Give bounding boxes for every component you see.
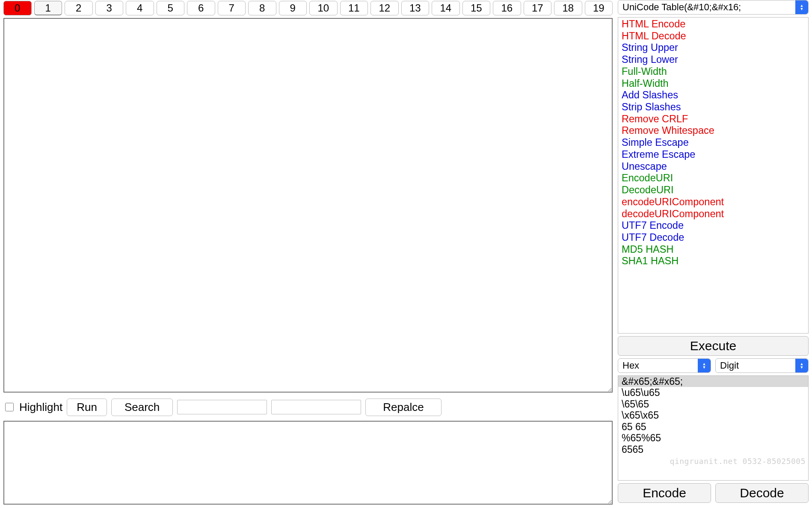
tab-17[interactable]: 17 bbox=[524, 1, 552, 15]
unicode-table-select[interactable]: UniCode Table(&#10;&#x16; bbox=[618, 0, 809, 15]
operation-item[interactable]: Remove Whitespace bbox=[620, 125, 806, 137]
tab-0[interactable]: 0 bbox=[3, 1, 32, 15]
unicode-table-select-label: UniCode Table(&#10;&#x16; bbox=[622, 2, 741, 13]
encoding-line[interactable]: \65\65 bbox=[618, 399, 808, 410]
encode-button[interactable]: Encode bbox=[618, 483, 711, 503]
replace-button[interactable]: Repalce bbox=[365, 399, 441, 416]
chevron-updown-icon bbox=[795, 0, 808, 14]
tab-4[interactable]: 4 bbox=[126, 1, 154, 15]
format-select-label: Hex bbox=[622, 360, 639, 371]
search-button[interactable]: Search bbox=[111, 399, 173, 416]
operation-item[interactable]: Full-Width bbox=[620, 66, 806, 78]
search-input[interactable] bbox=[177, 400, 267, 414]
tab-8[interactable]: 8 bbox=[248, 1, 276, 15]
operation-item[interactable]: String Lower bbox=[620, 54, 806, 66]
output-textarea[interactable] bbox=[3, 421, 613, 505]
operation-item[interactable]: Add Slashes bbox=[620, 89, 806, 101]
toolbar: Highlight Run Search Repalce bbox=[3, 398, 613, 416]
operation-item[interactable]: Strip Slashes bbox=[620, 101, 806, 113]
tab-19[interactable]: 19 bbox=[585, 1, 613, 15]
main-input-textarea[interactable] bbox=[3, 18, 613, 393]
format-select[interactable]: Hex bbox=[618, 358, 711, 373]
operation-item[interactable]: String Upper bbox=[620, 42, 806, 54]
base-select-label: Digit bbox=[720, 360, 739, 371]
encoding-line[interactable]: \u65\u65 bbox=[618, 387, 808, 398]
operation-item[interactable]: SHA1 HASH bbox=[620, 255, 806, 267]
decode-button[interactable]: Decode bbox=[715, 483, 809, 503]
tab-18[interactable]: 18 bbox=[554, 1, 582, 15]
operation-item[interactable]: DecodeURI bbox=[620, 184, 806, 196]
tab-2[interactable]: 2 bbox=[65, 1, 93, 15]
right-pane: UniCode Table(&#10;&#x16; HTML EncodeHTM… bbox=[616, 0, 812, 508]
tab-10[interactable]: 10 bbox=[309, 1, 338, 15]
operation-item[interactable]: Half-Width bbox=[620, 78, 806, 90]
chevron-updown-icon bbox=[698, 359, 711, 372]
encoding-line[interactable]: %65%65 bbox=[618, 432, 808, 443]
tab-6[interactable]: 6 bbox=[187, 1, 215, 15]
encoding-line[interactable]: 6565 bbox=[618, 444, 808, 455]
left-pane: 012345678910111213141516171819 Highlight… bbox=[0, 0, 616, 508]
tabs-row: 012345678910111213141516171819 bbox=[3, 0, 613, 17]
format-select-row: Hex Digit bbox=[618, 358, 809, 373]
tab-3[interactable]: 3 bbox=[95, 1, 124, 15]
tab-15[interactable]: 15 bbox=[462, 1, 491, 15]
operation-item[interactable]: Extreme Escape bbox=[620, 149, 806, 161]
operation-item[interactable]: EncodeURI bbox=[620, 172, 806, 184]
operation-item[interactable]: decodeURIComponent bbox=[620, 208, 806, 220]
operation-item[interactable]: HTML Decode bbox=[620, 30, 806, 42]
highlight-label: Highlight bbox=[19, 401, 62, 414]
tab-14[interactable]: 14 bbox=[432, 1, 460, 15]
tab-5[interactable]: 5 bbox=[157, 1, 185, 15]
tab-11[interactable]: 11 bbox=[340, 1, 368, 15]
tab-9[interactable]: 9 bbox=[279, 1, 307, 15]
operation-item[interactable]: Simple Escape bbox=[620, 137, 806, 149]
watermark-text: qingruanit.net 0532-85025005 bbox=[670, 457, 806, 466]
tab-16[interactable]: 16 bbox=[493, 1, 521, 15]
highlight-checkbox[interactable] bbox=[5, 403, 14, 411]
tab-13[interactable]: 13 bbox=[401, 1, 430, 15]
base-select[interactable]: Digit bbox=[715, 358, 809, 373]
operation-item[interactable]: UTF7 Encode bbox=[620, 220, 806, 232]
encoding-preview-list[interactable]: &#x65;&#x65;\u65\u65\65\65\x65\x6565 65%… bbox=[618, 375, 809, 481]
operation-item[interactable]: Unescape bbox=[620, 161, 806, 173]
operation-item[interactable]: encodeURIComponent bbox=[620, 196, 806, 208]
tab-12[interactable]: 12 bbox=[370, 1, 399, 15]
tab-1[interactable]: 1 bbox=[34, 1, 62, 15]
operation-item[interactable]: UTF7 Decode bbox=[620, 232, 806, 244]
tab-7[interactable]: 7 bbox=[218, 1, 246, 15]
operation-item[interactable]: Remove CRLF bbox=[620, 113, 806, 125]
replace-input[interactable] bbox=[271, 400, 361, 414]
encoding-line[interactable]: 65 65 bbox=[618, 421, 808, 432]
encoding-line[interactable]: \x65\x65 bbox=[618, 410, 808, 421]
operation-item[interactable]: MD5 HASH bbox=[620, 244, 806, 256]
execute-button[interactable]: Execute bbox=[618, 336, 809, 356]
app-root: 012345678910111213141516171819 Highlight… bbox=[0, 0, 812, 508]
run-button[interactable]: Run bbox=[67, 399, 107, 416]
encode-decode-row: Encode Decode bbox=[618, 483, 809, 503]
operations-list[interactable]: HTML EncodeHTML DecodeString UpperString… bbox=[618, 17, 809, 334]
encoding-line[interactable]: &#x65;&#x65; bbox=[618, 376, 808, 387]
operation-item[interactable]: HTML Encode bbox=[620, 18, 806, 30]
chevron-updown-icon bbox=[795, 359, 808, 372]
